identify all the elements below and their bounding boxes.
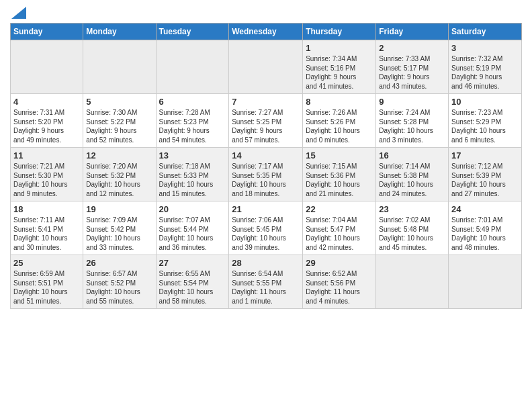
day-info: Sunrise: 7:24 AMSunset: 5:28 PMDaylight:… — [379, 108, 445, 144]
calendar-week-4: 18Sunrise: 7:11 AMSunset: 5:41 PMDayligh… — [11, 201, 522, 255]
day-number: 25 — [13, 258, 80, 268]
calendar-cell: 14Sunrise: 7:17 AMSunset: 5:35 PMDayligh… — [229, 148, 303, 201]
day-number: 14 — [232, 150, 300, 161]
calendar-cell: 11Sunrise: 7:21 AMSunset: 5:30 PMDayligh… — [11, 148, 83, 201]
day-number: 16 — [379, 150, 445, 161]
logo — [10, 7, 26, 19]
calendar-cell: 26Sunrise: 6:57 AMSunset: 5:52 PMDayligh… — [83, 255, 156, 309]
calendar-cell: 16Sunrise: 7:14 AMSunset: 5:38 PMDayligh… — [376, 148, 449, 201]
calendar-cell: 7Sunrise: 7:27 AMSunset: 5:25 PMDaylight… — [229, 94, 303, 148]
day-info: Sunrise: 7:20 AMSunset: 5:32 PMDaylight:… — [86, 162, 152, 198]
day-info: Sunrise: 7:32 AMSunset: 5:19 PMDaylight:… — [451, 54, 519, 91]
calendar-cell: 12Sunrise: 7:20 AMSunset: 5:32 PMDayligh… — [83, 148, 156, 201]
day-info: Sunrise: 6:54 AMSunset: 5:55 PMDaylight:… — [232, 269, 300, 306]
day-number: 10 — [451, 97, 519, 107]
day-number: 5 — [86, 97, 152, 107]
calendar-cell: 19Sunrise: 7:09 AMSunset: 5:42 PMDayligh… — [83, 201, 156, 255]
calendar-cell: 24Sunrise: 7:01 AMSunset: 5:49 PMDayligh… — [449, 201, 522, 255]
day-number: 9 — [379, 97, 445, 107]
logo-icon — [11, 7, 26, 19]
day-info: Sunrise: 7:23 AMSunset: 5:29 PMDaylight:… — [451, 108, 519, 144]
calendar-cell: 2Sunrise: 7:33 AMSunset: 5:17 PMDaylight… — [376, 40, 449, 94]
day-info: Sunrise: 6:57 AMSunset: 5:52 PMDaylight:… — [86, 269, 152, 306]
calendar-cell: 17Sunrise: 7:12 AMSunset: 5:39 PMDayligh… — [449, 148, 522, 201]
day-info: Sunrise: 7:18 AMSunset: 5:33 PMDaylight:… — [159, 162, 226, 198]
day-number: 19 — [86, 204, 152, 214]
calendar-cell: 4Sunrise: 7:31 AMSunset: 5:20 PMDaylight… — [11, 94, 83, 148]
weekday-thursday: Thursday — [303, 24, 376, 40]
day-number: 8 — [306, 97, 373, 107]
day-info: Sunrise: 7:11 AMSunset: 5:41 PMDaylight:… — [13, 216, 80, 252]
header — [10, 7, 522, 19]
calendar-cell: 9Sunrise: 7:24 AMSunset: 5:28 PMDaylight… — [376, 94, 449, 148]
day-info: Sunrise: 7:21 AMSunset: 5:30 PMDaylight:… — [13, 162, 80, 198]
day-number: 21 — [232, 204, 300, 214]
day-number: 18 — [13, 204, 80, 214]
day-number: 28 — [232, 258, 300, 268]
calendar-cell — [229, 40, 303, 94]
day-info: Sunrise: 7:09 AMSunset: 5:42 PMDaylight:… — [86, 216, 152, 252]
day-info: Sunrise: 7:28 AMSunset: 5:23 PMDaylight:… — [159, 108, 226, 144]
calendar-week-1: 1Sunrise: 7:34 AMSunset: 5:16 PMDaylight… — [11, 40, 522, 94]
day-info: Sunrise: 6:52 AMSunset: 5:56 PMDaylight:… — [306, 269, 373, 306]
day-number: 26 — [86, 258, 152, 268]
calendar-cell: 15Sunrise: 7:15 AMSunset: 5:36 PMDayligh… — [303, 148, 376, 201]
calendar-cell — [83, 40, 156, 94]
day-info: Sunrise: 7:04 AMSunset: 5:47 PMDaylight:… — [306, 216, 373, 252]
day-number: 2 — [379, 43, 445, 53]
calendar-cell: 8Sunrise: 7:26 AMSunset: 5:26 PMDaylight… — [303, 94, 376, 148]
weekday-sunday: Sunday — [11, 24, 83, 40]
calendar-cell: 13Sunrise: 7:18 AMSunset: 5:33 PMDayligh… — [156, 148, 229, 201]
calendar-cell: 29Sunrise: 6:52 AMSunset: 5:56 PMDayligh… — [303, 255, 376, 309]
calendar-header: SundayMondayTuesdayWednesdayThursdayFrid… — [11, 24, 522, 40]
day-info: Sunrise: 7:33 AMSunset: 5:17 PMDaylight:… — [379, 54, 445, 91]
calendar-week-5: 25Sunrise: 6:59 AMSunset: 5:51 PMDayligh… — [11, 255, 522, 309]
day-number: 17 — [451, 150, 519, 161]
day-number: 7 — [232, 97, 300, 107]
day-number: 27 — [159, 258, 226, 268]
calendar-table: SundayMondayTuesdayWednesdayThursdayFrid… — [10, 23, 522, 309]
calendar-cell: 25Sunrise: 6:59 AMSunset: 5:51 PMDayligh… — [11, 255, 83, 309]
calendar-cell: 5Sunrise: 7:30 AMSunset: 5:22 PMDaylight… — [83, 94, 156, 148]
day-number: 11 — [13, 150, 80, 161]
day-info: Sunrise: 7:34 AMSunset: 5:16 PMDaylight:… — [306, 54, 373, 91]
calendar-cell: 3Sunrise: 7:32 AMSunset: 5:19 PMDaylight… — [449, 40, 522, 94]
calendar-cell: 23Sunrise: 7:02 AMSunset: 5:48 PMDayligh… — [376, 201, 449, 255]
svg-marker-0 — [11, 7, 26, 19]
day-number: 20 — [159, 204, 226, 214]
weekday-wednesday: Wednesday — [229, 24, 303, 40]
weekday-monday: Monday — [83, 24, 156, 40]
logo-general — [10, 7, 26, 19]
day-number: 22 — [306, 204, 373, 214]
day-info: Sunrise: 7:17 AMSunset: 5:35 PMDaylight:… — [232, 162, 300, 198]
day-number: 23 — [379, 204, 445, 214]
calendar-cell: 28Sunrise: 6:54 AMSunset: 5:55 PMDayligh… — [229, 255, 303, 309]
calendar-cell — [376, 255, 449, 309]
day-info: Sunrise: 7:12 AMSunset: 5:39 PMDaylight:… — [451, 162, 519, 198]
day-info: Sunrise: 7:02 AMSunset: 5:48 PMDaylight:… — [379, 216, 445, 252]
day-info: Sunrise: 7:07 AMSunset: 5:44 PMDaylight:… — [159, 216, 226, 252]
day-number: 1 — [306, 43, 373, 53]
weekday-saturday: Saturday — [449, 24, 522, 40]
weekday-friday: Friday — [376, 24, 449, 40]
calendar-cell: 1Sunrise: 7:34 AMSunset: 5:16 PMDaylight… — [303, 40, 376, 94]
day-number: 24 — [451, 204, 519, 214]
calendar-cell — [11, 40, 83, 94]
calendar-cell: 20Sunrise: 7:07 AMSunset: 5:44 PMDayligh… — [156, 201, 229, 255]
day-number: 29 — [306, 258, 373, 268]
calendar-cell: 6Sunrise: 7:28 AMSunset: 5:23 PMDaylight… — [156, 94, 229, 148]
calendar-cell — [156, 40, 229, 94]
day-info: Sunrise: 6:59 AMSunset: 5:51 PMDaylight:… — [13, 269, 80, 306]
day-info: Sunrise: 7:26 AMSunset: 5:26 PMDaylight:… — [306, 108, 373, 144]
calendar-cell: 10Sunrise: 7:23 AMSunset: 5:29 PMDayligh… — [449, 94, 522, 148]
day-info: Sunrise: 7:01 AMSunset: 5:49 PMDaylight:… — [451, 216, 519, 252]
logo-text — [10, 7, 26, 19]
day-number: 6 — [159, 97, 226, 107]
day-number: 13 — [159, 150, 226, 161]
calendar-cell: 22Sunrise: 7:04 AMSunset: 5:47 PMDayligh… — [303, 201, 376, 255]
page: SundayMondayTuesdayWednesdayThursdayFrid… — [0, 0, 532, 316]
day-number: 15 — [306, 150, 373, 161]
calendar-cell — [449, 255, 522, 309]
weekday-header-row: SundayMondayTuesdayWednesdayThursdayFrid… — [11, 24, 522, 40]
day-info: Sunrise: 7:30 AMSunset: 5:22 PMDaylight:… — [86, 108, 152, 144]
